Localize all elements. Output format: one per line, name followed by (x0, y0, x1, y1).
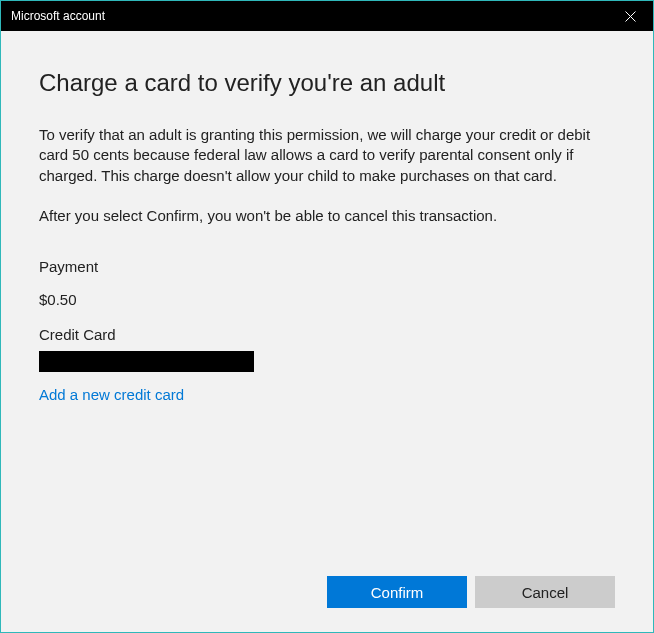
dialog-window: Microsoft account Charge a card to verif… (0, 0, 654, 633)
payment-amount: $0.50 (39, 291, 615, 308)
instruction-text: After you select Confirm, you won't be a… (39, 206, 615, 226)
button-row: Confirm Cancel (327, 576, 615, 608)
description-text: To verify that an adult is granting this… (39, 125, 615, 186)
credit-card-label: Credit Card (39, 326, 615, 343)
close-button[interactable] (608, 1, 653, 31)
confirm-button[interactable]: Confirm (327, 576, 467, 608)
dialog-content: Charge a card to verify you're an adult … (1, 31, 653, 632)
titlebar: Microsoft account (1, 1, 653, 31)
window-title: Microsoft account (11, 9, 105, 23)
cancel-button[interactable]: Cancel (475, 576, 615, 608)
credit-card-number: ████████████████ (39, 351, 254, 372)
close-icon (625, 11, 636, 22)
payment-label: Payment (39, 258, 615, 275)
page-title: Charge a card to verify you're an adult (39, 69, 615, 97)
add-new-card-link[interactable]: Add a new credit card (39, 386, 615, 403)
